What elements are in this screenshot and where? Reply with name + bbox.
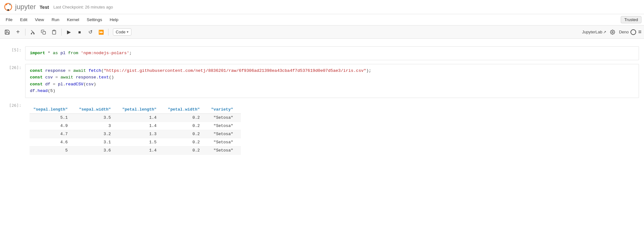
table-row: 4.63.11.50.2"Setosa" — [30, 138, 241, 146]
cell-2-content[interactable]: const response = await fetch("https://gi… — [25, 64, 639, 98]
svg-point-3 — [7, 9, 9, 11]
logo-area: jupyter — [4, 3, 36, 11]
jupyter-logo-icon — [4, 3, 13, 11]
output-number: [26]: — [0, 102, 25, 108]
table-header-row: "sepal.length" "sepal.width" "petal.leng… — [30, 106, 241, 114]
menu-view[interactable]: View — [32, 16, 47, 23]
table-cell: "Setosa" — [207, 138, 241, 146]
svg-point-2 — [9, 3, 11, 5]
col-sepal-length: "sepal.length" — [30, 106, 75, 114]
deno-label: Deno — [619, 30, 629, 34]
table-cell: 1.5 — [119, 138, 164, 146]
table-cell: 0.2 — [164, 138, 207, 146]
toolbar-separator-2 — [61, 29, 62, 36]
table-cell: 1.3 — [119, 130, 164, 138]
menu-help[interactable]: Help — [107, 16, 122, 23]
table-row: 5.13.51.40.2"Setosa" — [30, 113, 241, 122]
cell-type-arrow-icon: ▾ — [127, 30, 129, 34]
cell-1: [5]: import * as pl from 'npm:nodejs-pol… — [0, 45, 644, 61]
right-toolbar: JupyterLab ↗ Deno ≡ — [582, 28, 641, 37]
cut-button[interactable] — [28, 28, 37, 37]
table-cell: "Setosa" — [207, 122, 241, 130]
cell-type-label: Code — [116, 30, 125, 34]
cell-2-code[interactable]: const response = await fetch("https://gi… — [25, 64, 639, 98]
gear-button[interactable] — [609, 28, 616, 37]
menu-file[interactable]: File — [3, 16, 16, 23]
table-cell: 3.5 — [75, 113, 118, 122]
add-cell-button[interactable]: + — [13, 28, 23, 37]
cell-1-code[interactable]: import * as pl from 'npm:nodejs-polars'; — [25, 47, 639, 60]
table-row: 53.61.40.2"Setosa" — [30, 146, 241, 154]
table-cell: 0.2 — [164, 146, 207, 154]
notebook-area: [5]: import * as pl from 'npm:nodejs-pol… — [0, 39, 644, 166]
deno-status-icon — [630, 29, 636, 35]
menu-run[interactable]: Run — [48, 16, 63, 23]
paste-button[interactable] — [49, 28, 59, 37]
output-table-area: "sepal.length" "sepal.width" "petal.leng… — [25, 102, 639, 157]
fast-forward-button[interactable]: ⏩ — [96, 28, 106, 37]
jupyterlab-link[interactable]: JupyterLab ↗ — [582, 30, 606, 34]
table-cell: 5.1 — [30, 113, 75, 122]
table-cell: 4.7 — [30, 130, 75, 138]
col-petal-length: "petal.length" — [119, 106, 164, 114]
col-sepal-width: "sepal.width" — [75, 106, 118, 114]
svg-point-1 — [6, 3, 8, 5]
col-petal-width: "petal.width" — [164, 106, 207, 114]
table-cell: 1.4 — [119, 113, 164, 122]
table-cell: "Setosa" — [207, 130, 241, 138]
top-bar: jupyter Test Last Checkpoint: 26 minutes… — [0, 0, 644, 14]
iris-table: "sepal.length" "sepal.width" "petal.leng… — [30, 106, 241, 155]
table-cell: 5 — [30, 146, 75, 154]
col-variety: "variety" — [207, 106, 241, 114]
table-cell: "Setosa" — [207, 113, 241, 122]
svg-line-8 — [31, 30, 34, 33]
table-cell: 4.9 — [30, 122, 75, 130]
cell-2: [26]: const response = await fetch("http… — [0, 63, 644, 99]
jupyterlab-label: JupyterLab — [582, 30, 602, 34]
cell-type-dropdown[interactable]: Code ▾ — [113, 28, 131, 36]
svg-line-6 — [31, 32, 33, 33]
svg-rect-10 — [53, 30, 55, 31]
stop-button[interactable]: ■ — [75, 28, 84, 37]
checkpoint-info: Last Checkpoint: 26 minutes ago — [53, 5, 113, 9]
external-link-icon: ↗ — [603, 30, 606, 34]
table-row: 4.73.21.30.2"Setosa" — [30, 130, 241, 138]
svg-rect-9 — [43, 32, 46, 34]
restart-button[interactable]: ↺ — [86, 28, 95, 37]
table-cell: 4.6 — [30, 138, 75, 146]
menu-settings[interactable]: Settings — [84, 16, 105, 23]
output-row: [26]: "sepal.length" "sepal.width" "peta… — [0, 100, 644, 158]
cell-2-number: [26]: — [0, 64, 25, 70]
table-cell: "Setosa" — [207, 146, 241, 154]
menu-kernel[interactable]: Kernel — [64, 16, 82, 23]
deno-area: Deno ≡ — [619, 29, 641, 35]
table-cell: 0.2 — [164, 130, 207, 138]
menu-bar: File Edit View Run Kernel Settings Help … — [0, 14, 644, 26]
menu-edit[interactable]: Edit — [17, 16, 31, 23]
table-body: 5.13.51.40.2"Setosa"4.931.40.2"Setosa"4.… — [30, 113, 241, 154]
save-button[interactable] — [3, 28, 12, 37]
table-cell: 3.6 — [75, 146, 118, 154]
table-cell: 1.4 — [119, 122, 164, 130]
table-cell: 3.2 — [75, 130, 118, 138]
table-cell: 3.1 — [75, 138, 118, 146]
trusted-button[interactable]: Trusted — [621, 16, 641, 23]
toolbar-separator-3 — [108, 29, 108, 36]
run-button[interactable]: ▶ — [64, 28, 74, 37]
table-cell: 3 — [75, 122, 118, 130]
table-cell: 0.2 — [164, 122, 207, 130]
table-row: 4.931.40.2"Setosa" — [30, 122, 241, 130]
cell-1-content[interactable]: import * as pl from 'npm:nodejs-polars'; — [25, 46, 639, 60]
hamburger-icon[interactable]: ≡ — [638, 29, 641, 35]
output-content: "sepal.length" "sepal.width" "petal.leng… — [25, 102, 639, 157]
cell-1-number: [5]: — [0, 46, 25, 52]
table-cell: 1.4 — [119, 146, 164, 154]
copy-button[interactable] — [39, 28, 48, 37]
table-cell: 0.2 — [164, 113, 207, 122]
toolbar: + ▶ ■ ↺ ⏩ Code ▾ JupyterLab ↗ — [0, 26, 644, 39]
toolbar-separator-1 — [25, 29, 25, 36]
notebook-title: Test — [40, 4, 49, 10]
svg-point-11 — [612, 32, 613, 33]
